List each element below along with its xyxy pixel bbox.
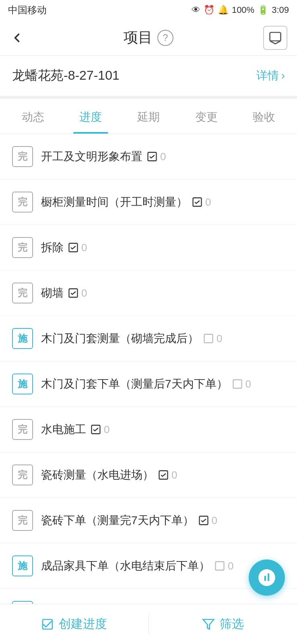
item-text: 开工及文明形象布置 <box>41 149 142 164</box>
list-item[interactable]: 完 水电施工 0 <box>0 407 297 452</box>
list-item[interactable]: 施 木门及门套下单（测量后7天内下单） 0 <box>0 361 297 407</box>
tab-dynamic-label: 动态 <box>22 111 44 123</box>
item-content: 水电施工 0 <box>41 422 285 437</box>
item-tag: 施 <box>12 555 33 576</box>
tab-delay-label: 延期 <box>137 111 160 123</box>
checkbox-icon <box>214 560 225 572</box>
filter-label: 筛选 <box>220 616 244 632</box>
item-check: 0 <box>158 469 177 481</box>
svg-marker-14 <box>203 619 214 629</box>
message-button[interactable] <box>263 26 287 50</box>
item-check: 0 <box>68 287 87 299</box>
item-tag: 完 <box>12 283 33 303</box>
detail-arrow: › <box>281 69 285 82</box>
item-tag: 完 <box>12 237 33 258</box>
item-text: 拆除 <box>41 240 64 255</box>
project-name: 龙蟠花苑-8-27-101 <box>12 67 120 85</box>
item-check: 0 <box>198 514 217 527</box>
list-item[interactable]: 施 木门及门套测量（砌墙完成后） 0 <box>0 316 297 361</box>
checkbox-icon <box>232 378 243 390</box>
item-text: 瓷砖下单（测量完7天内下单） <box>41 513 194 528</box>
tab-dynamic[interactable]: 动态 <box>4 99 62 134</box>
item-tag: 完 <box>12 510 33 531</box>
item-text: 砌墙 <box>41 285 64 301</box>
time-text: 3:09 <box>272 5 289 15</box>
filter-icon <box>202 618 215 631</box>
item-tag: 完 <box>12 464 33 485</box>
tab-change[interactable]: 变更 <box>177 99 235 134</box>
item-content: 砌墙 0 <box>41 285 285 301</box>
detail-label: 详情 <box>256 68 279 83</box>
tab-progress-label: 进度 <box>79 111 102 123</box>
tab-acceptance-label: 验收 <box>253 111 275 123</box>
list-item[interactable]: 完 瓷砖测量（水电进场） 0 <box>0 452 297 498</box>
tab-delay[interactable]: 延期 <box>120 99 177 134</box>
checkbox-icon <box>90 424 101 435</box>
project-detail-button[interactable]: 详情 › <box>256 68 285 83</box>
help-button[interactable]: ? <box>157 30 173 46</box>
clock-icon: ⏰ <box>204 5 214 15</box>
list-item[interactable]: 完 拆除 0 <box>0 225 297 270</box>
message-icon <box>268 31 283 45</box>
item-content: 瓷砖下单（测量完7天内下单） 0 <box>41 513 285 528</box>
item-content: 拆除 0 <box>41 240 285 255</box>
tab-change-label: 变更 <box>195 111 218 123</box>
tab-acceptance[interactable]: 验收 <box>235 99 293 134</box>
item-content: 成品家具下单（水电结束后下单） 0 <box>41 558 285 574</box>
svg-rect-10 <box>216 562 224 570</box>
battery-text: 100% <box>232 5 254 15</box>
list-item[interactable]: 完 橱柜测量时间（开工时测量） 0 <box>0 180 297 225</box>
item-check: 0 <box>192 196 211 208</box>
list-item[interactable]: 完 砌墙 0 <box>0 270 297 316</box>
title-text: 项目 <box>124 28 153 47</box>
checkbox-icon <box>158 469 169 481</box>
help-icon: ? <box>163 32 168 43</box>
list-item[interactable]: 完 开工及文明形象布置 0 <box>0 134 297 180</box>
create-progress-label: 创建进度 <box>59 616 107 632</box>
item-text: 瓷砖测量（水电进场） <box>41 467 154 483</box>
item-text: 橱柜测量时间（开工时测量） <box>41 194 188 210</box>
item-tag: 完 <box>12 146 33 167</box>
project-bar: 龙蟠花苑-8-27-101 详情 › <box>0 56 297 99</box>
list-item[interactable]: 完 瓷砖下单（测量完7天内下单） 0 <box>0 498 297 543</box>
fab-button[interactable] <box>249 559 285 596</box>
item-check: 0 <box>90 423 109 436</box>
item-check: 0 <box>232 378 251 390</box>
bottom-bar: 创建进度 筛选 <box>0 604 297 644</box>
fab-chart-icon <box>257 568 277 588</box>
carrier-text: 中国移动 <box>8 4 47 17</box>
create-progress-icon <box>41 618 54 631</box>
checkbox-icon <box>68 242 79 253</box>
svg-rect-5 <box>204 334 213 343</box>
item-tag: 施 <box>12 328 33 349</box>
item-text: 水电施工 <box>41 422 86 437</box>
item-text: 成品家具下单（水电结束后下单） <box>41 558 210 574</box>
tab-progress[interactable]: 进度 <box>62 99 120 134</box>
svg-rect-0 <box>270 32 281 41</box>
item-content: 橱柜测量时间（开工时测量） 0 <box>41 194 285 210</box>
header-title-area: 项目 ? <box>124 28 173 47</box>
filter-button[interactable]: 筛选 <box>149 604 297 644</box>
header: 项目 ? <box>0 20 297 56</box>
battery-icon: 🔋 <box>258 5 268 15</box>
status-right: 👁 ⏰ 🔔 100% 🔋 3:09 <box>192 5 289 15</box>
item-check: 0 <box>146 151 166 163</box>
svg-rect-13 <box>43 619 52 629</box>
item-content: 开工及文明形象布置 0 <box>41 149 285 164</box>
bell-icon: 🔔 <box>218 5 229 15</box>
svg-rect-6 <box>233 380 241 388</box>
item-content: 瓷砖测量（水电进场） 0 <box>41 467 285 483</box>
item-check: 0 <box>203 332 222 345</box>
item-content: 木门及门套下单（测量后7天内下单） 0 <box>41 376 285 392</box>
back-button[interactable] <box>10 31 34 45</box>
checkbox-icon <box>68 287 79 299</box>
checkbox-icon <box>198 515 209 526</box>
checkbox-icon <box>203 333 214 344</box>
item-check: 0 <box>214 560 233 572</box>
status-bar: 中国移动 👁 ⏰ 🔔 100% 🔋 3:09 <box>0 0 297 20</box>
create-progress-button[interactable]: 创建进度 <box>0 604 148 644</box>
checkbox-icon <box>192 196 203 208</box>
tabs-bar: 动态 进度 延期 变更 验收 <box>0 99 297 134</box>
item-text: 木门及门套下单（测量后7天内下单） <box>41 376 228 392</box>
checkbox-icon <box>146 151 158 162</box>
